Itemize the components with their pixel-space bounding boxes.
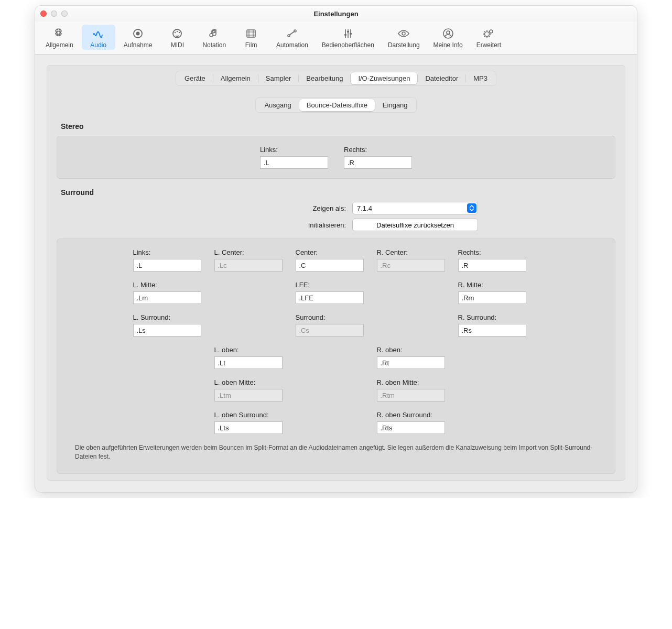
surround-label-r1-c2: L. Center: <box>214 248 296 256</box>
window-zoom-button[interactable] <box>61 10 68 17</box>
midi-icon <box>170 27 184 40</box>
toolbar-item-film[interactable]: Film <box>234 25 268 50</box>
surround-label-r3-c1: L. Surround: <box>133 313 214 321</box>
toolbar-item-notation[interactable]: Notation <box>197 25 231 50</box>
audio-icon <box>92 27 105 40</box>
preferences-window: Einstellungen AllgemeinAudioAufnahmeMIDI… <box>35 5 637 493</box>
iotab-ausgang[interactable]: Ausgang <box>257 99 298 111</box>
select-stepper-icon <box>467 203 476 213</box>
toolbar-item-darstellung[interactable]: Darstellung <box>383 25 425 50</box>
stereo-rechts-input[interactable] <box>344 156 412 169</box>
surround-label-r1-c3: Center: <box>296 248 377 256</box>
surround-label-r2-c5: R. Mitte: <box>458 281 539 289</box>
eye-icon <box>397 27 410 40</box>
toolbar-label: Aufnahme <box>124 41 153 49</box>
toolbar-label: Bedienoberflächen <box>322 41 374 49</box>
surround-input-r3-c5[interactable] <box>458 324 526 337</box>
automation-icon <box>285 27 299 40</box>
subtab-mp3[interactable]: MP3 <box>466 72 495 84</box>
surround-input-r2-c5[interactable] <box>458 291 526 304</box>
gears2-icon <box>482 27 495 40</box>
stereo-links-label: Links: <box>260 146 328 154</box>
surround-label-r5-c4: R. oben Mitte: <box>377 378 458 386</box>
subtab-dateieditor[interactable]: Dateieditor <box>418 72 465 84</box>
toolbar-label: Film <box>245 41 257 49</box>
footnote: Die oben aufgeführten Erweiterungen werd… <box>75 443 597 462</box>
surround-input-r4-c2[interactable] <box>214 356 283 369</box>
io-subtabs: AusgangBounce-DateisuffixeEingang <box>255 97 416 113</box>
section-title-surround: Surround <box>61 188 614 197</box>
zeigen-als-select[interactable]: 7.1.4 <box>352 202 478 214</box>
section-title-stereo: Stereo <box>61 122 614 131</box>
toolbar-label: Automation <box>276 41 308 49</box>
surround-label-r1-c4: R. Center: <box>377 248 458 256</box>
subtab-ger-te[interactable]: Geräte <box>177 72 213 84</box>
surround-input-r1-c3[interactable] <box>296 259 364 272</box>
subtab-allgemein[interactable]: Allgemein <box>213 72 258 84</box>
titlebar: Einstellungen <box>35 6 637 21</box>
surround-input-r1-c2 <box>214 259 283 272</box>
toolbar-item-meineinfo[interactable]: Meine Info <box>428 25 468 50</box>
surround-input-r5-c2 <box>214 389 283 402</box>
toolbar-item-allgemein[interactable]: Allgemein <box>40 25 79 50</box>
window-close-button[interactable] <box>40 10 47 17</box>
toolbar-item-erweitert[interactable]: Erweitert <box>471 25 506 50</box>
zeigen-als-value: 7.1.4 <box>357 204 372 212</box>
notes-icon <box>208 27 221 40</box>
surround-label-r3-c5: R. Surround: <box>458 313 539 321</box>
iotab-bounce-dateisuffixe[interactable]: Bounce-Dateisuffixe <box>299 99 375 111</box>
film-icon <box>244 27 258 40</box>
audio-subtabs: GeräteAllgemeinSamplerBearbeitungI/O-Zuw… <box>176 71 496 86</box>
record-icon <box>131 27 145 40</box>
surround-input-r6-c2[interactable] <box>214 421 283 434</box>
stereo-links-input[interactable] <box>260 156 328 169</box>
surround-label-r5-c2: L. oben Mitte: <box>214 378 296 386</box>
surround-input-r1-c1[interactable] <box>133 259 201 272</box>
initialisieren-label: Initialisieren: <box>194 221 346 229</box>
surround-input-r2-c1[interactable] <box>133 291 201 304</box>
toolbar-label: Allgemein <box>46 41 73 49</box>
content: GeräteAllgemeinSamplerBearbeitungI/O-Zuw… <box>35 55 637 492</box>
toolbar-item-midi[interactable]: MIDI <box>160 25 194 50</box>
window-title: Einstellungen <box>313 10 358 18</box>
surround-label-r4-c2: L. oben: <box>214 346 296 354</box>
surround-grid-panel: Links: L. Center: Center: R. Center: Rec… <box>57 238 615 474</box>
toolbar-label: Erweitert <box>476 41 501 49</box>
toolbar-item-audio[interactable]: Audio <box>82 25 115 50</box>
surround-label-r2-c1: L. Mitte: <box>133 281 214 289</box>
toolbar-label: Meine Info <box>433 41 463 49</box>
toolbar-item-bedien[interactable]: Bedienoberflächen <box>317 25 380 50</box>
traffic-lights <box>40 10 68 17</box>
surround-label-r6-c2: L. oben Surround: <box>214 411 296 419</box>
subtab-i-o-zuweisungen[interactable]: I/O-Zuweisungen <box>351 72 417 84</box>
surround-input-r6-c4[interactable] <box>377 421 445 434</box>
surround-input-r3-c1[interactable] <box>133 324 201 337</box>
usercircle-icon <box>441 27 455 40</box>
subtab-sampler[interactable]: Sampler <box>258 72 298 84</box>
iotab-eingang[interactable]: Eingang <box>375 99 415 111</box>
window-minimize-button[interactable] <box>51 10 57 17</box>
preferences-toolbar: AllgemeinAudioAufnahmeMIDINotationFilmAu… <box>35 21 637 55</box>
toolbar-item-aufnahme[interactable]: Aufnahme <box>118 25 158 50</box>
surround-input-r1-c4 <box>377 259 445 272</box>
surround-input-r1-c5[interactable] <box>458 259 526 272</box>
surround-label-r1-c5: Rechts: <box>458 248 539 256</box>
toolbar-item-automation[interactable]: Automation <box>271 25 313 50</box>
toolbar-label: Darstellung <box>388 41 420 49</box>
subtab-bearbeitung[interactable]: Bearbeitung <box>299 72 350 84</box>
surround-input-r3-c3 <box>296 324 364 337</box>
stereo-panel: Links: Rechts: <box>57 136 615 179</box>
surround-label-r3-c3: Surround: <box>296 313 377 321</box>
surround-input-r5-c4 <box>377 389 445 402</box>
surround-label-r4-c4: R. oben: <box>377 346 458 354</box>
gear-icon <box>52 27 66 40</box>
sliders-icon <box>341 27 355 40</box>
surround-label-r1-c1: Links: <box>133 248 214 256</box>
toolbar-label: Audio <box>90 41 106 49</box>
zeigen-als-label: Zeigen als: <box>194 204 346 212</box>
toolbar-label: Notation <box>202 41 226 49</box>
surround-input-r2-c3[interactable] <box>296 291 364 304</box>
toolbar-label: MIDI <box>171 41 184 49</box>
reset-suffixes-button[interactable]: Dateisuffixe zurücksetzen <box>352 219 478 231</box>
surround-input-r4-c4[interactable] <box>377 356 445 369</box>
